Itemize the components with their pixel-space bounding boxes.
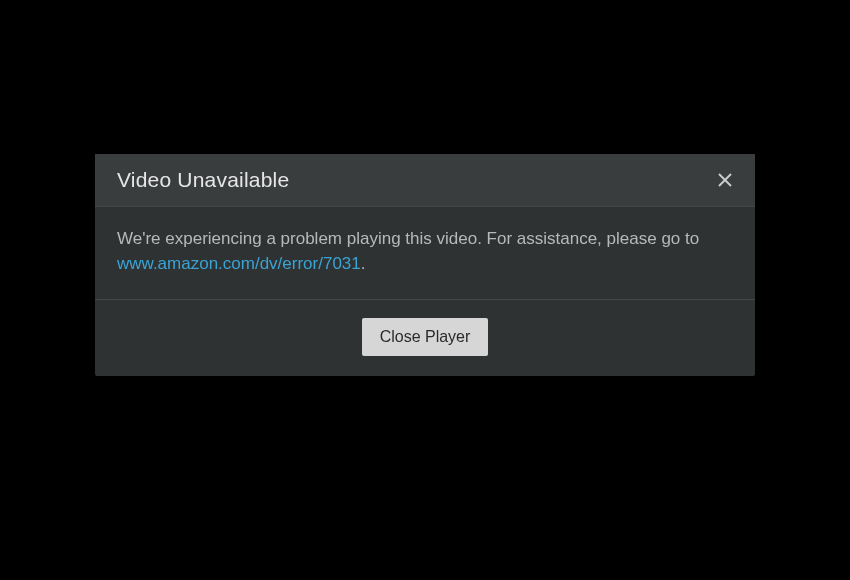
dialog-header: Video Unavailable [95, 154, 755, 207]
error-link[interactable]: www.amazon.com/dv/error/7031 [117, 254, 361, 273]
error-dialog: Video Unavailable We're experiencing a p… [95, 154, 755, 375]
message-prefix: We're experiencing a problem playing thi… [117, 229, 699, 248]
dialog-message: We're experiencing a problem playing thi… [117, 227, 733, 276]
dialog-body: We're experiencing a problem playing thi… [95, 207, 755, 299]
dialog-footer: Close Player [95, 300, 755, 376]
close-player-button[interactable]: Close Player [362, 318, 489, 356]
dialog-title: Video Unavailable [117, 168, 289, 192]
message-suffix: . [361, 254, 366, 273]
close-icon[interactable] [715, 170, 735, 190]
